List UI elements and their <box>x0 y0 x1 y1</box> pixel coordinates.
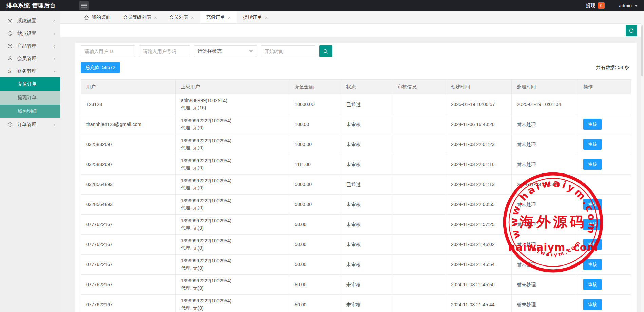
withdraw-count-badge: 0 <box>598 2 605 9</box>
table-row: 077762216713999992222(1002954)代理: 无(0)50… <box>81 295 631 312</box>
cell-created-time: 2024-11-03 21:46:02 <box>446 235 512 255</box>
search-icon <box>323 49 328 54</box>
cell-amount: 100.00 <box>289 114 341 134</box>
tab-recharge-orders[interactable]: 充值订单 × <box>200 11 237 23</box>
cell-amount: 50.00 <box>289 215 341 235</box>
cell-parent-user: 13999992222(1002954)代理: 无(0) <box>175 154 289 175</box>
sidebar-subitem-label: 充值订单 <box>18 81 37 87</box>
cell-parent-user: 13999992222(1002954)代理: 无(0) <box>175 255 289 275</box>
hamburger-menu-button[interactable] <box>79 1 89 10</box>
tab-member-list[interactable]: 会员列表 × <box>163 11 200 23</box>
data-count-text: 共有数据: 58 条 <box>596 65 631 71</box>
sidebar-item-system-settings[interactable]: 系统设置 ‹ <box>0 15 60 27</box>
status-select[interactable]: 请选择状态 <box>194 45 257 57</box>
col-audit-info: 审核信息 <box>392 80 446 94</box>
withdraw-label: 提现 <box>586 3 595 9</box>
cell-parent-user: 13999992222(1002954)代理: 无(0) <box>175 114 289 134</box>
col-created-time: 创建时间 <box>446 80 512 94</box>
cell-amount: 50.00 <box>289 275 341 295</box>
cell-created-time: 2024-11-06 16:40:20 <box>446 114 512 134</box>
tab-my-desktop[interactable]: 我的桌面 <box>78 11 117 23</box>
cell-parent-user: 13999992222(1002954)代理: 无(0) <box>175 134 289 154</box>
col-parent-user: 上级用户 <box>175 80 289 94</box>
cell-created-time: 2024-11-03 22:01:23 <box>446 134 512 154</box>
close-icon[interactable]: × <box>154 15 157 20</box>
sidebar-item-label: 产品管理 <box>17 43 53 49</box>
chevron-down-icon: ‹ <box>52 70 57 72</box>
cell-user: 0325832097 <box>81 154 176 175</box>
sidebar-item-site-settings[interactable]: 站点设置 ‹ <box>0 27 60 40</box>
sidebar-subitem-withdraw-orders[interactable]: 提现订单 <box>0 91 60 105</box>
search-button[interactable] <box>319 45 332 57</box>
col-status: 状态 <box>341 80 392 94</box>
chevron-left-icon: ‹ <box>53 56 55 61</box>
cell-processed-time: 暂未处理 <box>512 255 578 275</box>
cell-parent-user: abin888999(1002914)代理: 无(16) <box>175 94 289 114</box>
audit-button[interactable]: 审核 <box>583 239 602 250</box>
audit-button[interactable]: 审核 <box>583 199 602 210</box>
audit-button[interactable]: 审核 <box>583 119 602 130</box>
start-time-input[interactable] <box>261 45 315 57</box>
audit-button[interactable]: 审核 <box>583 259 602 270</box>
tab-bar: 我的桌面 会员等级列表 × 会员列表 × 充值订单 × 提现订单 × <box>60 11 644 24</box>
cell-user: 0777622167 <box>81 235 176 255</box>
user-number-input[interactable] <box>139 45 190 57</box>
chevron-left-icon: ‹ <box>53 18 55 23</box>
close-icon[interactable]: × <box>191 15 194 20</box>
sidebar-subitem-wallet-details[interactable]: 钱包明细 <box>0 105 60 118</box>
audit-button[interactable]: 审核 <box>583 219 602 230</box>
sidebar-item-product-management[interactable]: 产品管理 ‹ <box>0 40 60 52</box>
cell-audit-info <box>392 235 446 255</box>
cell-parent-user: 13999992222(1002954)代理: 无(0) <box>175 275 289 295</box>
cell-status: 未审核 <box>341 114 392 134</box>
cell-audit-info <box>392 94 446 114</box>
cell-action: 审核 <box>578 255 631 275</box>
sidebar-item-order-management[interactable]: 订单管理 ‹ <box>0 118 60 131</box>
tab-member-levels[interactable]: 会员等级列表 × <box>117 11 163 23</box>
cell-parent-user: 13999992222(1002954)代理: 无(0) <box>175 235 289 255</box>
cell-action: 审核 <box>578 235 631 255</box>
cell-amount: 50.00 <box>289 255 341 275</box>
scrollbar-thumb[interactable] <box>641 25 643 76</box>
audit-button[interactable]: 审核 <box>583 299 602 310</box>
cell-audit-info <box>392 275 446 295</box>
sidebar-item-finance-management[interactable]: $ 财务管理 ‹ <box>0 65 60 77</box>
cell-user: thanhhien123@gmail.com <box>81 114 176 134</box>
cell-created-time: 2024-11-03 21:57:25 <box>446 215 512 235</box>
user-id-input[interactable] <box>81 45 135 57</box>
cell-audit-info <box>392 114 446 134</box>
chevron-left-icon: ‹ <box>53 43 55 49</box>
cell-processed-time: 暂未处理 <box>512 295 578 312</box>
gear-icon <box>7 18 13 23</box>
cell-status: 已通过 <box>341 175 392 195</box>
tab-withdraw-orders[interactable]: 提现订单 × <box>237 11 274 23</box>
sidebar-item-member-management[interactable]: 会员管理 ‹ <box>0 52 60 65</box>
audit-button[interactable]: 审核 <box>583 139 602 150</box>
cell-created-time: 2024-11-03 22:00:55 <box>446 195 512 215</box>
home-icon <box>84 15 89 20</box>
admin-dropdown[interactable]: admin <box>619 3 638 8</box>
close-icon[interactable]: × <box>265 15 268 20</box>
cell-action: 审核 <box>578 134 631 154</box>
cell-status: 未审核 <box>341 275 392 295</box>
col-user: 用户 <box>81 80 176 94</box>
cell-user: 0777622167 <box>81 255 176 275</box>
cell-user: 0777622167 <box>81 275 176 295</box>
close-icon[interactable]: × <box>228 15 231 20</box>
sidebar-subitem-label: 钱包明细 <box>18 108 37 114</box>
cell-user: 123123 <box>81 94 176 114</box>
sidebar-item-label: 系统设置 <box>17 18 53 24</box>
cell-status: 已通过 <box>341 94 392 114</box>
cell-audit-info <box>392 215 446 235</box>
cell-audit-info <box>392 195 446 215</box>
cell-amount: 50.00 <box>289 295 341 312</box>
cell-amount: 1111.00 <box>289 154 341 175</box>
withdraw-notice[interactable]: 提现 0 <box>586 2 605 9</box>
audit-button[interactable]: 审核 <box>583 159 602 170</box>
table-row: 032856489313999992222(1002954)代理: 无(0)50… <box>81 195 631 215</box>
cell-parent-user: 13999992222(1002954)代理: 无(0) <box>175 175 289 195</box>
audit-button[interactable]: 审核 <box>583 279 602 290</box>
box-icon <box>7 43 13 49</box>
refresh-button[interactable] <box>626 25 637 36</box>
sidebar-subitem-recharge-orders[interactable]: 充值订单 <box>0 77 60 91</box>
